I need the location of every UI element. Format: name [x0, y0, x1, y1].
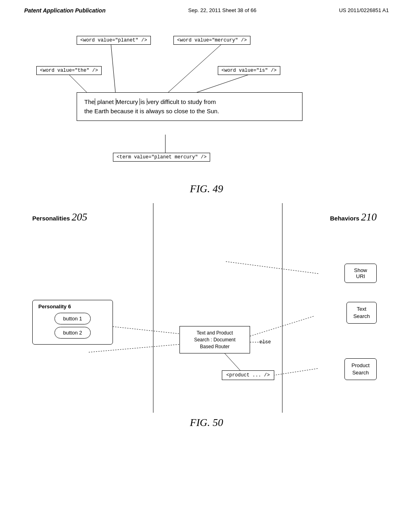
term-box: <term value="planet mercury" />: [113, 153, 210, 162]
personality6-title: Personality 6: [38, 303, 107, 310]
text-line1: The planet Mercury is very difficult to …: [84, 98, 295, 107]
behaviors-label: Behaviors 210: [330, 211, 377, 223]
sheet-info: Sep. 22, 2011 Sheet 38 of 66: [188, 7, 256, 14]
svg-line-10: [226, 262, 319, 274]
fig50-diagram: Personalities 205 Behaviors 210 Personal…: [24, 203, 389, 413]
else-label: else: [259, 339, 271, 345]
product-tag: <product ... />: [222, 370, 274, 380]
show-uri-button[interactable]: Show URI: [344, 264, 377, 283]
product-search-button[interactable]: ProductSearch: [344, 358, 377, 380]
personality6-box: Personality 6 button 1 button 2: [32, 300, 113, 345]
word-is-box: <word value="is" />: [218, 66, 280, 75]
page-header: Patent Application Publication Sep. 22, …: [0, 0, 413, 18]
text-line2: the Earth because it is always so close …: [84, 107, 295, 116]
patent-number: US 2011/0226851 A1: [339, 7, 389, 14]
button1[interactable]: button 1: [54, 313, 91, 324]
word-mercury-box: <word value="mercury" />: [173, 36, 250, 45]
svg-line-1: [111, 44, 116, 100]
fig49-diagram: <word value="planet" /> <word value="mer…: [24, 26, 389, 179]
svg-line-8: [89, 344, 181, 352]
fig49-label: FIG. 49: [0, 183, 413, 195]
router-box: Text and ProductSearch : DocumentBased R…: [179, 326, 250, 353]
svg-line-2: [159, 44, 222, 100]
main-text-box: The planet Mercury is very difficult to …: [77, 92, 302, 121]
text-search-button[interactable]: TextSearch: [346, 302, 377, 324]
word-the-box: <word value="the" />: [36, 66, 102, 75]
button2[interactable]: button 2: [54, 327, 91, 339]
publication-title: Patent Application Publication: [24, 7, 106, 14]
svg-line-11: [250, 316, 315, 336]
fig50-label: FIG. 50: [0, 417, 413, 429]
personalities-label: Personalities 205: [32, 211, 88, 223]
word-planet-box: <word value="planet" />: [77, 36, 151, 45]
